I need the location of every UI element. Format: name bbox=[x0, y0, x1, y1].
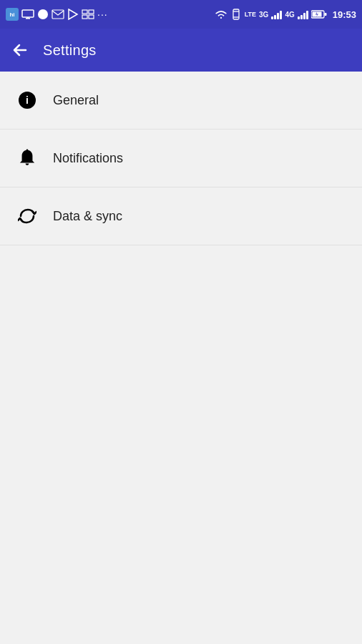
svg-rect-10 bbox=[233, 9, 239, 19]
toolbar-title: Settings bbox=[43, 42, 97, 59]
settings-item-general[interactable]: i General bbox=[0, 72, 362, 130]
svg-text:i: i bbox=[26, 94, 29, 106]
svg-rect-9 bbox=[89, 15, 94, 19]
gmail-icon bbox=[52, 9, 64, 19]
3g-label: 3G bbox=[259, 11, 268, 19]
general-icon: i bbox=[14, 87, 40, 113]
general-label: General bbox=[53, 93, 99, 108]
svg-rect-15 bbox=[324, 13, 326, 16]
status-bar-right: LTE 3G 4G 19:53 bbox=[215, 9, 356, 20]
svg-rect-6 bbox=[82, 10, 87, 14]
circle-icon bbox=[37, 9, 49, 20]
svg-rect-0 bbox=[22, 10, 34, 17]
svg-point-3 bbox=[38, 9, 48, 19]
more-dots: ··· bbox=[97, 9, 108, 20]
signal-bars-2 bbox=[298, 9, 308, 19]
play-icon bbox=[67, 9, 79, 20]
settings-content: i General Notifications bbox=[0, 72, 362, 644]
svg-rect-8 bbox=[82, 15, 87, 19]
wifi-icon bbox=[215, 9, 228, 19]
notifications-icon bbox=[14, 145, 40, 171]
svg-rect-7 bbox=[89, 10, 94, 14]
svg-rect-1 bbox=[26, 18, 30, 19]
notifications-label: Notifications bbox=[53, 151, 123, 166]
svg-rect-18 bbox=[26, 149, 29, 150]
toolbar: Settings bbox=[0, 29, 362, 72]
sync-icon bbox=[14, 203, 40, 229]
svg-rect-4 bbox=[52, 10, 64, 19]
phone-icon bbox=[230, 9, 242, 20]
settings-item-data-sync[interactable]: Data & sync bbox=[0, 187, 362, 245]
data-sync-label: Data & sync bbox=[53, 209, 122, 224]
menu-icon bbox=[82, 9, 94, 19]
status-time: 19:53 bbox=[333, 9, 356, 20]
status-bar: hi ··· bbox=[0, 0, 362, 29]
4g-label: 4G bbox=[285, 11, 294, 19]
battery-icon bbox=[311, 10, 327, 19]
hi-app-icon: hi bbox=[6, 8, 19, 21]
signal-bars bbox=[271, 9, 282, 19]
back-button[interactable] bbox=[11, 42, 29, 59]
tv-icon bbox=[21, 9, 34, 19]
svg-marker-5 bbox=[69, 9, 77, 19]
settings-item-notifications[interactable]: Notifications bbox=[0, 130, 362, 187]
lte-label: LTE bbox=[245, 11, 256, 18]
status-bar-left: hi ··· bbox=[6, 8, 108, 21]
